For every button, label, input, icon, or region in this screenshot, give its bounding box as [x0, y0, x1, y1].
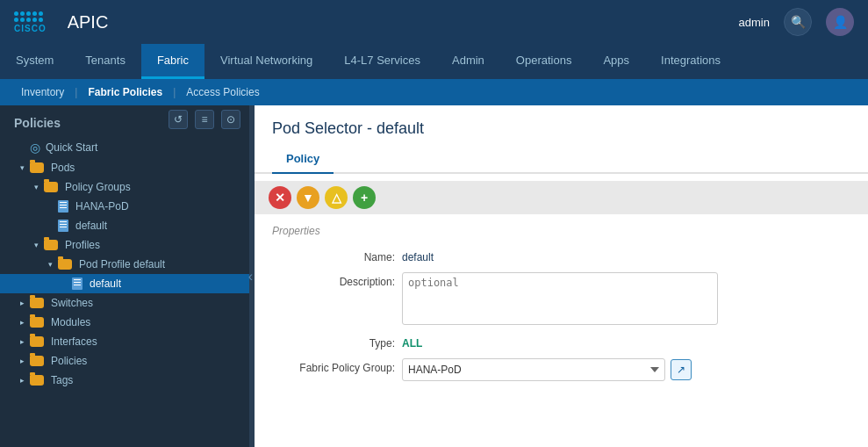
sidebar-item-tags[interactable]: Tags	[0, 371, 255, 390]
sub-nav: Inventory | Fabric Policies | Access Pol…	[0, 79, 868, 105]
description-input[interactable]	[402, 272, 718, 325]
cisco-logo: CISCO	[14, 11, 47, 33]
sidebar-label-profiles: Profiles	[65, 239, 100, 251]
sidebar-header: Policies	[0, 105, 75, 137]
fabric-policy-group-row: Fabric Policy Group: HANA-PoD ↗	[272, 358, 850, 381]
sidebar-label-interfaces: Interfaces	[51, 335, 97, 348]
sub-nav-inventory[interactable]: Inventory	[14, 86, 71, 98]
cisco-dot	[39, 11, 43, 16]
cisco-dot	[32, 11, 37, 16]
warn-button[interactable]: ▼	[297, 186, 319, 209]
sub-nav-fabric-policies[interactable]: Fabric Policies	[81, 86, 169, 98]
sidebar-item-default-pod[interactable]: default	[0, 216, 255, 235]
top-header: CISCO APIC admin 🔍 👤	[0, 0, 868, 44]
toggle-interfaces[interactable]	[18, 337, 26, 346]
cisco-dot	[39, 18, 43, 22]
toggle-pod-profile-default[interactable]	[46, 260, 54, 269]
nav-tenants[interactable]: Tenants	[69, 44, 141, 79]
type-row: Type: ALL	[272, 334, 850, 350]
sidebar-label-default-selected: default	[90, 278, 121, 290]
folder-icon-modules	[30, 317, 44, 328]
sidebar-item-policy-groups[interactable]: Policy Groups	[0, 177, 255, 197]
sidebar-item-pod-profile-default[interactable]: Pod Profile default	[0, 255, 255, 274]
nav-operations[interactable]: Operations	[500, 44, 588, 79]
toggle-tags[interactable]	[18, 376, 26, 385]
name-value: default	[402, 248, 434, 263]
delete-button[interactable]: ✕	[269, 186, 291, 209]
name-label: Name:	[272, 248, 395, 263]
toggle-policies-folder[interactable]	[18, 357, 26, 365]
sidebar-settings-btn[interactable]: ⊙	[221, 110, 240, 129]
toggle-profiles[interactable]	[32, 241, 40, 249]
sidebar-label-pod-profile-default: Pod Profile default	[79, 258, 165, 270]
toggle-pods[interactable]	[18, 163, 26, 172]
sidebar-item-policies[interactable]: Policies	[0, 351, 255, 371]
sub-nav-access-policies[interactable]: Access Policies	[179, 86, 266, 98]
nav-system[interactable]: System	[0, 44, 69, 79]
cisco-dot	[14, 18, 18, 22]
info-button[interactable]: △	[325, 186, 348, 209]
add-button[interactable]: +	[353, 186, 376, 209]
link-icon: ↗	[677, 364, 685, 376]
sidebar-item-modules[interactable]: Modules	[0, 313, 255, 332]
sidebar-label-switches: Switches	[51, 297, 93, 309]
folder-icon-pod-profile-default	[58, 259, 72, 270]
app-title: APIC	[68, 12, 109, 32]
sidebar-item-hana-pod[interactable]: HANA-PoD	[0, 197, 255, 216]
sidebar-resizer[interactable]: ‹	[249, 105, 255, 447]
cisco-dots	[14, 11, 47, 22]
sidebar-item-profiles[interactable]: Profiles	[0, 235, 255, 255]
toggle-modules[interactable]	[18, 318, 26, 327]
search-button[interactable]: 🔍	[784, 8, 812, 36]
properties-title: Properties	[272, 225, 850, 237]
nav-integrations[interactable]: Integrations	[645, 44, 736, 79]
action-toolbar: ✕ ▼ △ +	[255, 181, 868, 214]
sidebar-label-pods: Pods	[51, 162, 75, 174]
cisco-dot	[26, 18, 31, 22]
nav-admin[interactable]: Admin	[436, 44, 500, 79]
admin-label: admin	[739, 16, 770, 29]
sub-nav-sep1: |	[71, 86, 81, 98]
folder-icon-pods	[30, 162, 44, 173]
nav-bar: System Tenants Fabric Virtual Networking…	[0, 44, 868, 79]
sidebar-refresh-btn[interactable]: ↺	[169, 110, 188, 129]
sub-nav-sep2: |	[169, 86, 179, 98]
sidebar-list-btn[interactable]: ≡	[195, 110, 214, 129]
sidebar-item-interfaces[interactable]: Interfaces	[0, 332, 255, 351]
sidebar-toolbar: ↺ ≡ ⊙	[154, 106, 255, 136]
nav-apps[interactable]: Apps	[587, 44, 645, 79]
sidebar-label-policy-groups: Policy Groups	[65, 181, 131, 193]
sidebar-item-quick-start[interactable]: ◎ Quick Start	[0, 137, 255, 158]
resizer-handle: ‹	[248, 269, 253, 285]
name-row: Name: default	[272, 248, 850, 263]
sidebar-item-default-selected[interactable]: default	[0, 274, 255, 293]
cisco-dot	[32, 18, 37, 22]
doc-icon-hana-pod	[58, 200, 68, 213]
sidebar-label-tags: Tags	[51, 374, 73, 386]
sidebar-item-switches[interactable]: Switches	[0, 293, 255, 313]
type-value: ALL	[402, 334, 422, 350]
toggle-policy-groups[interactable]	[32, 183, 40, 191]
content-area: Pod Selector - default Policy ✕ ▼ △ + Pr…	[255, 105, 868, 447]
sidebar-label-modules: Modules	[51, 316, 90, 328]
sidebar-label-hana-pod: HANA-PoD	[75, 200, 129, 213]
fabric-policy-group-select[interactable]: HANA-PoD	[402, 358, 665, 381]
user-avatar[interactable]: 👤	[826, 8, 854, 36]
toggle-switches[interactable]	[18, 299, 26, 307]
tab-policy[interactable]: Policy	[272, 145, 334, 174]
sidebar-label-policies: Policies	[51, 355, 87, 367]
sidebar-item-pods[interactable]: Pods	[0, 158, 255, 177]
page-title: Pod Selector - default	[255, 105, 868, 145]
fabric-policy-group-link-btn[interactable]: ↗	[671, 359, 692, 380]
doc-icon-default-pod	[58, 220, 68, 232]
properties-section: Properties Name: default Description: Ty…	[255, 214, 868, 400]
nav-fabric[interactable]: Fabric	[141, 44, 204, 79]
content-tabs: Policy	[255, 145, 868, 174]
cisco-dot	[20, 18, 25, 22]
folder-icon-switches	[30, 298, 44, 308]
fabric-policy-group-label: Fabric Policy Group:	[272, 358, 395, 374]
nav-l4l7[interactable]: L4-L7 Services	[328, 44, 436, 79]
cisco-dot	[26, 11, 31, 16]
nav-virtual-networking[interactable]: Virtual Networking	[204, 44, 328, 79]
quick-start-icon: ◎	[30, 141, 40, 155]
